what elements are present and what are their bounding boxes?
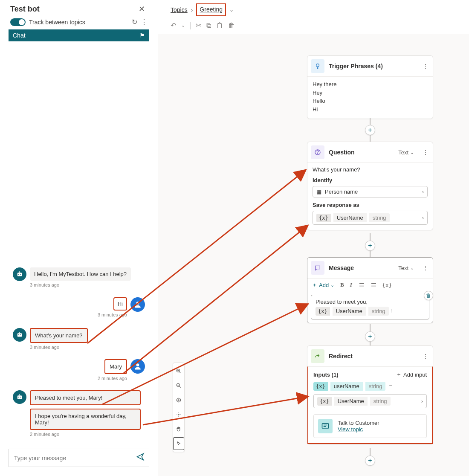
question-node[interactable]: Question Text ⌄ ⋮ What's your name? Iden… — [307, 142, 433, 230]
bot-message: What's your name? 3 minutes ago — [13, 328, 88, 350]
track-toggle-wrap: Track between topics — [10, 18, 85, 26]
refresh-icon[interactable]: ↻ — [132, 18, 137, 26]
add-input-button[interactable]: ＋ Add input — [396, 371, 427, 378]
test-panel-title: Test bot — [10, 5, 40, 14]
user-avatar-icon — [130, 359, 145, 374]
chevron-right-icon: › — [422, 215, 424, 221]
zoom-controls — [173, 363, 185, 452]
svg-point-14 — [316, 64, 319, 67]
svg-point-7 — [20, 334, 21, 335]
pan-button[interactable] — [173, 423, 184, 435]
save-response-label: Save response as — [313, 202, 428, 208]
bot-bubble: Hello, I'm MyTestbot. How can I help? — [30, 267, 131, 281]
node-title: Question — [329, 149, 394, 156]
view-topic-link[interactable]: View topic — [338, 426, 379, 432]
test-panel-toolbar: Track between topics ↻ ⋮ — [9, 16, 149, 29]
redirect-topic[interactable]: Talk to Customer View topic — [313, 414, 427, 438]
chevron-down-icon[interactable]: ⌄ — [229, 7, 234, 13]
chevron-down-icon: ⌄ — [410, 265, 414, 271]
input-value-field[interactable]: {x} UserName string › — [313, 394, 427, 408]
output-type-dropdown[interactable]: Text ⌄ — [398, 149, 414, 156]
svg-point-21 — [178, 414, 179, 415]
more-icon[interactable]: ⋮ — [422, 63, 429, 70]
trigger-phrases-list: Hey there Hey Hello Hi — [307, 76, 433, 119]
close-icon[interactable]: ✕ — [136, 3, 148, 15]
more-icon[interactable]: ⋮ — [422, 264, 429, 271]
bot-avatar-icon — [13, 267, 26, 281]
cut-icon[interactable]: ✂ — [196, 21, 201, 29]
more-icon[interactable]: ⋮ — [422, 353, 429, 360]
svg-point-4 — [136, 302, 139, 305]
message-content[interactable]: 🗑︎ Pleased to meet you, {x} UserName str… — [311, 295, 429, 319]
undo-icon[interactable]: ↶ — [171, 21, 176, 29]
add-node-button[interactable]: + — [365, 456, 375, 466]
identify-label: Identify — [313, 177, 428, 183]
output-type-label: Text — [398, 265, 408, 271]
message-format-toolbar: ＋ Add ⌄ B I {x} — [307, 278, 433, 291]
add-node-button[interactable]: + — [365, 125, 375, 135]
paste-icon[interactable]: 📋︎ — [216, 22, 223, 29]
question-body: What's your name? Identify ▦ Person name… — [307, 163, 433, 230]
insert-variable-button[interactable]: {x} — [382, 282, 392, 288]
exclamation-text: ! — [391, 308, 393, 314]
svg-point-6 — [18, 334, 19, 335]
message-text: Pleased to meet you, — [316, 299, 425, 305]
zoom-out-button[interactable] — [173, 379, 184, 392]
timestamp: 2 minutes ago — [98, 376, 127, 381]
chevron-down-icon[interactable]: ⌄ — [181, 23, 185, 28]
output-type-label: Text — [398, 149, 408, 156]
italic-button[interactable]: I — [350, 282, 352, 288]
flag-icon[interactable]: ⚑ — [139, 32, 145, 39]
user-bubble: Hi — [113, 297, 127, 311]
authoring-canvas[interactable]: Trigger Phrases (4) ⋮ Hey there Hey Hell… — [158, 34, 469, 476]
lightbulb-icon — [311, 59, 324, 73]
equals-sign: = — [389, 383, 392, 389]
delete-icon[interactable]: 🗑︎ — [228, 22, 235, 29]
zoom-reset-button[interactable] — [173, 408, 184, 421]
trigger-phrase: Hey — [313, 89, 428, 97]
question-icon — [311, 145, 324, 159]
chat-body: Hello, I'm MyTestbot. How can I help? 3 … — [9, 41, 149, 449]
bot-avatar-icon — [13, 328, 26, 342]
track-toggle[interactable] — [10, 18, 26, 26]
more-icon[interactable]: ⋮ — [422, 149, 429, 156]
canvas-header: Topics › Greeting ⌄ ↶ ⌄ ✂ ⧉ 📋︎ 🗑︎ — [158, 0, 469, 33]
chevron-down-icon: ⌄ — [330, 282, 334, 288]
numbered-list-button[interactable] — [370, 283, 376, 287]
bold-button[interactable]: B — [340, 282, 344, 288]
zoom-fit-button[interactable] — [173, 394, 184, 406]
identify-field[interactable]: ▦ Person name › — [313, 186, 428, 197]
breadcrumb-current[interactable]: Greeting — [196, 3, 226, 16]
select-button[interactable] — [173, 437, 184, 450]
add-node-button[interactable]: + — [365, 331, 375, 342]
user-avatar-icon — [130, 297, 145, 312]
test-panel-actions: ↻ ⋮ — [132, 18, 148, 26]
redirect-node[interactable]: Redirect ⋮ Inputs (1) ＋ Add input {x} us… — [307, 345, 433, 444]
svg-rect-13 — [19, 394, 20, 395]
topic-icon — [318, 419, 333, 433]
zoom-in-button[interactable] — [173, 365, 184, 377]
node-title: Trigger Phrases (4) — [329, 63, 417, 70]
message-node[interactable]: Message Text ⌄ ⋮ ＋ Add ⌄ B I {x} 🗑︎ Plea… — [307, 257, 433, 323]
save-variable-field[interactable]: {x} UserName string › — [313, 211, 428, 225]
bullet-list-button[interactable] — [358, 283, 364, 287]
trigger-phrases-node[interactable]: Trigger Phrases (4) ⋮ Hey there Hey Hell… — [307, 55, 433, 119]
output-type-dropdown[interactable]: Text ⌄ — [398, 265, 414, 271]
variable-pill: {x} UserName string — [316, 307, 389, 316]
copy-icon[interactable]: ⧉ — [206, 22, 211, 29]
message-icon — [311, 261, 324, 275]
send-icon[interactable] — [136, 453, 145, 463]
trigger-phrase: Hello — [313, 97, 428, 105]
parameter-name: userName — [330, 382, 363, 391]
separator — [190, 22, 191, 29]
more-icon[interactable]: ⋮ — [141, 18, 148, 26]
add-variation-button[interactable]: ＋ Add ⌄ — [312, 281, 334, 289]
bot-message: Pleased to meet you, Mary! I hope you're… — [13, 390, 141, 437]
chat-input[interactable] — [13, 454, 136, 462]
add-node-button[interactable]: + — [365, 241, 375, 251]
svg-rect-17 — [322, 424, 329, 428]
redirect-icon — [311, 349, 324, 363]
delete-variation-button[interactable]: 🗑︎ — [424, 291, 433, 300]
chat-tab[interactable]: Chat ⚑ — [9, 29, 149, 41]
breadcrumb-root[interactable]: Topics — [171, 6, 188, 13]
